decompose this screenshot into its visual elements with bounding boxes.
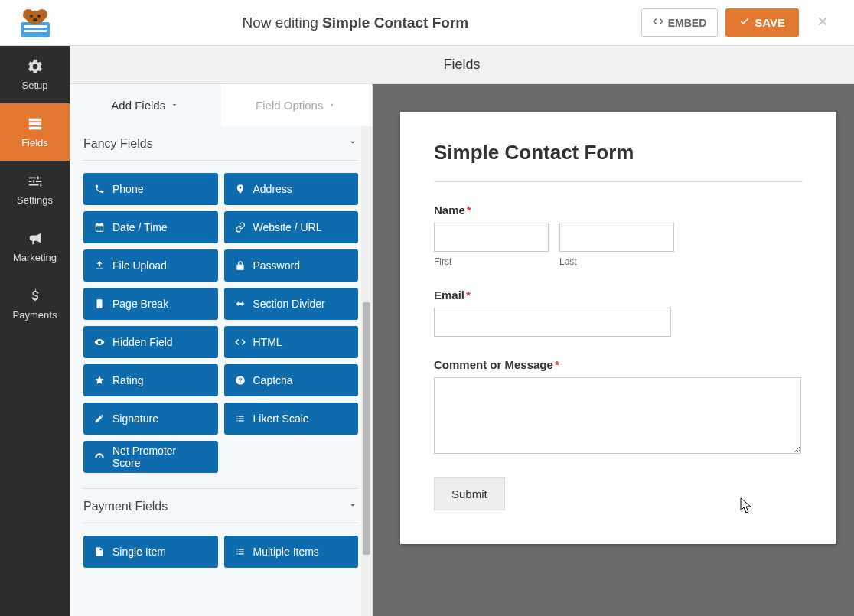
nav-fields[interactable]: Fields [0, 103, 70, 161]
embed-label: EMBED [668, 17, 707, 29]
name-label-text: Name [434, 204, 465, 217]
tab-field-options-label: Field Options [256, 99, 323, 112]
nav-marketing-label: Marketing [13, 252, 57, 263]
group-fancy-fields-title: Fancy Fields [83, 137, 153, 151]
list-icon [235, 413, 246, 424]
question-icon: ? [235, 375, 246, 386]
field-type-hidden-field[interactable]: Hidden Field [83, 326, 218, 358]
pencil-icon [94, 413, 105, 424]
field-type-captcha[interactable]: ?Captcha [224, 364, 359, 396]
list-icon [235, 546, 246, 557]
field-type-rating[interactable]: Rating [83, 364, 218, 396]
chevron-down-icon [170, 99, 179, 112]
fancy-fields-grid: PhoneAddressDate / TimeWebsite / URLFile… [83, 161, 358, 489]
field-type-likert-scale[interactable]: Likert Scale [224, 403, 359, 435]
scrollbar-thumb[interactable] [363, 302, 370, 555]
file-icon [94, 546, 105, 557]
field-type-label: Page Break [112, 298, 168, 310]
comment-label-text: Comment or Message [434, 358, 553, 371]
nav-settings-label: Settings [17, 194, 53, 206]
nav-fields-label: Fields [21, 137, 48, 148]
field-type-label: Single Item [112, 546, 166, 558]
panel-scrollbar[interactable] [361, 126, 372, 616]
first-name-input[interactable] [434, 223, 549, 252]
title-prefix: Now editing [243, 15, 323, 31]
field-type-label: Phone [112, 183, 143, 195]
field-email[interactable]: Email* [434, 288, 803, 337]
field-type-password[interactable]: Password [224, 249, 359, 282]
field-type-label: Captcha [253, 374, 293, 386]
field-type-label: Signature [112, 412, 158, 425]
field-type-net-promoter-score[interactable]: Net Promoter Score [83, 441, 218, 473]
field-type-label: Rating [112, 374, 143, 386]
nav-setup[interactable]: Setup [0, 46, 70, 103]
nav-payments[interactable]: Payments [0, 275, 70, 333]
comment-textarea[interactable] [434, 377, 801, 454]
email-label-text: Email [434, 288, 464, 301]
chevron-right-icon [328, 99, 337, 112]
field-name[interactable]: Name* First Last [434, 204, 803, 267]
group-payment-fields-header[interactable]: Payment Fields [83, 489, 358, 523]
required-mark: * [555, 358, 559, 371]
field-type-signature[interactable]: Signature [83, 403, 218, 435]
field-type-label: File Upload [112, 259, 167, 272]
page-title: Now editing Simple Contact Form [70, 15, 641, 31]
sidebar-nav: Setup Fields Settings Marketing Payments [0, 46, 70, 616]
field-type-website-url[interactable]: Website / URL [224, 211, 359, 243]
svg-point-6 [30, 15, 33, 18]
code-icon [235, 337, 246, 347]
panel-body[interactable]: Fancy Fields PhoneAddressDate / TimeWebs… [70, 126, 372, 616]
field-type-label: Password [253, 259, 300, 272]
wpforms-logo-icon [15, 7, 56, 39]
field-type-label: Net Promoter Score [112, 445, 207, 469]
lock-icon [235, 260, 246, 271]
field-type-label: Likert Scale [253, 412, 309, 425]
save-button[interactable]: SAVE [725, 8, 799, 37]
embed-button[interactable]: EMBED [641, 8, 719, 37]
logo [0, 7, 70, 39]
field-type-page-break[interactable]: Page Break [83, 288, 218, 320]
field-type-label: Address [253, 183, 292, 195]
svg-text:?: ? [238, 377, 242, 384]
field-type-label: HTML [253, 336, 282, 348]
field-type-html[interactable]: HTML [224, 326, 359, 358]
address-icon [235, 184, 246, 194]
field-comment[interactable]: Comment or Message* [434, 358, 803, 456]
page-icon [94, 298, 105, 309]
field-type-section-divider[interactable]: Section Divider [224, 288, 359, 320]
email-input[interactable] [434, 308, 671, 337]
submit-button[interactable]: Submit [434, 477, 505, 510]
svg-point-5 [26, 11, 44, 24]
fields-panel: Add Fields Field Options Fancy Fields [70, 84, 373, 616]
close-button[interactable] [807, 13, 839, 33]
close-icon [816, 15, 830, 28]
svg-rect-9 [28, 119, 41, 122]
group-fancy-fields-header[interactable]: Fancy Fields [83, 126, 358, 161]
svg-rect-1 [24, 25, 47, 28]
field-type-label: Multiple Items [253, 546, 319, 558]
phone-icon [94, 184, 105, 194]
group-payment-fields-title: Payment Fields [83, 500, 168, 513]
field-type-file-upload[interactable]: File Upload [83, 249, 218, 282]
nav-marketing[interactable]: Marketing [0, 218, 70, 275]
field-type-label: Date / Time [112, 221, 168, 233]
check-icon [739, 16, 750, 29]
field-type-label: Section Divider [253, 298, 325, 310]
field-type-address[interactable]: Address [224, 173, 359, 205]
field-type-single-item[interactable]: Single Item [83, 536, 218, 568]
nav-settings[interactable]: Settings [0, 161, 70, 218]
tab-field-options[interactable]: Field Options [221, 84, 373, 126]
field-type-label: Hidden Field [112, 336, 173, 348]
required-mark: * [466, 288, 471, 301]
nav-payments-label: Payments [13, 309, 57, 321]
last-name-input[interactable] [559, 223, 674, 252]
gear-icon [27, 58, 44, 75]
save-label: SAVE [755, 16, 785, 29]
form-preview: Simple Contact Form Name* First [373, 84, 854, 616]
tab-add-fields[interactable]: Add Fields [70, 84, 221, 126]
field-type-phone[interactable]: Phone [83, 173, 218, 205]
code-icon [653, 16, 663, 29]
fields-header-label: Fields [443, 57, 480, 73]
field-type-multiple-items[interactable]: Multiple Items [224, 536, 359, 568]
field-type-date-time[interactable]: Date / Time [83, 211, 218, 243]
